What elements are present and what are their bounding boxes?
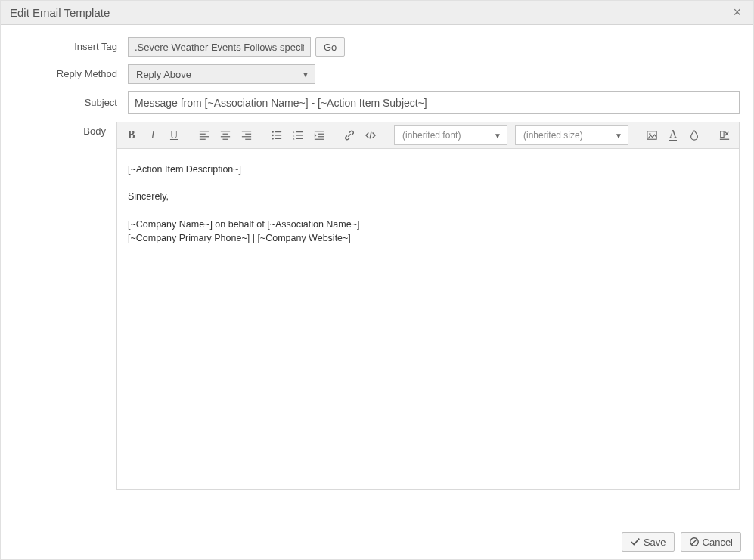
italic-button[interactable]: I [143,125,163,145]
label-reply-method: Reply Method [14,64,128,84]
svg-point-14 [272,138,274,139]
row-insert-tag: Insert Tag Go [14,37,740,57]
svg-point-31 [649,133,650,135]
clear-format-icon [719,130,730,141]
indent-button[interactable] [309,125,329,145]
svg-rect-32 [721,131,724,138]
label-subject: Subject [14,93,128,113]
label-insert-tag: Insert Tag [14,37,128,57]
underline-button[interactable]: U [164,125,184,145]
font-family-select[interactable]: (inherited font) [394,125,507,145]
svg-point-13 [272,135,274,136]
row-body: Body B I U [14,122,740,490]
dialog-content: Insert Tag Go Reply Method Reply Above ▼… [1,25,753,559]
code-icon [365,130,376,141]
align-left-button[interactable] [194,125,214,145]
row-subject: Subject [14,91,740,114]
indent-icon [314,130,324,141]
reply-method-select[interactable]: Reply Above [128,64,315,84]
font-size-select[interactable]: (inherited size) [515,125,628,145]
save-button[interactable]: Save [622,532,675,552]
editor-toolbar: B I U [117,122,739,149]
insert-tag-go-button[interactable]: Go [315,37,345,57]
ordered-list-button[interactable]: 123 [288,125,308,145]
dialog-titlebar: Edit Email Template × [1,1,753,25]
label-body: Body [14,122,116,141]
unordered-list-button[interactable] [267,125,287,145]
save-button-label: Save [644,537,666,548]
editor-body[interactable]: [~Action Item Description~] Sincerely, [… [117,149,739,489]
align-center-button[interactable] [216,125,235,145]
align-center-icon [220,130,231,141]
link-icon [344,130,355,141]
cancel-button-label: Cancel [703,537,733,548]
unordered-list-icon [272,130,282,141]
code-button[interactable] [361,125,380,145]
align-right-button[interactable] [237,125,256,145]
svg-line-37 [691,539,697,544]
droplet-icon [689,130,700,141]
underline-icon: U [170,129,178,141]
subject-input[interactable] [128,91,740,114]
svg-marker-28 [315,133,317,137]
svg-text:3: 3 [293,137,295,141]
close-icon: × [733,5,741,20]
bold-icon: B [128,129,135,141]
link-button[interactable] [340,125,359,145]
cancel-button[interactable]: Cancel [681,532,741,552]
dialog-title: Edit Email Template [10,1,110,25]
font-color-button[interactable]: A [663,125,683,145]
insert-tag-input[interactable] [128,37,311,57]
font-color-icon: A [669,129,677,141]
dialog-footer: Save Cancel [1,524,753,559]
svg-point-12 [272,131,274,132]
align-right-icon [241,130,252,141]
image-button[interactable] [642,125,662,145]
background-color-button[interactable] [684,125,704,145]
close-button[interactable]: × [730,5,744,20]
italic-icon: I [151,129,155,141]
clear-formatting-button[interactable] [715,125,734,145]
align-left-icon [199,130,209,141]
image-icon [647,130,657,141]
ban-icon [689,537,700,547]
edit-email-template-dialog: Edit Email Template × Insert Tag Go Repl… [0,0,754,560]
check-icon [630,537,641,547]
bold-button[interactable]: B [122,125,141,145]
ordered-list-icon: 123 [293,130,303,141]
svg-line-29 [370,132,371,139]
rich-text-editor: B I U [116,122,740,490]
row-reply-method: Reply Method Reply Above ▼ [14,64,740,84]
